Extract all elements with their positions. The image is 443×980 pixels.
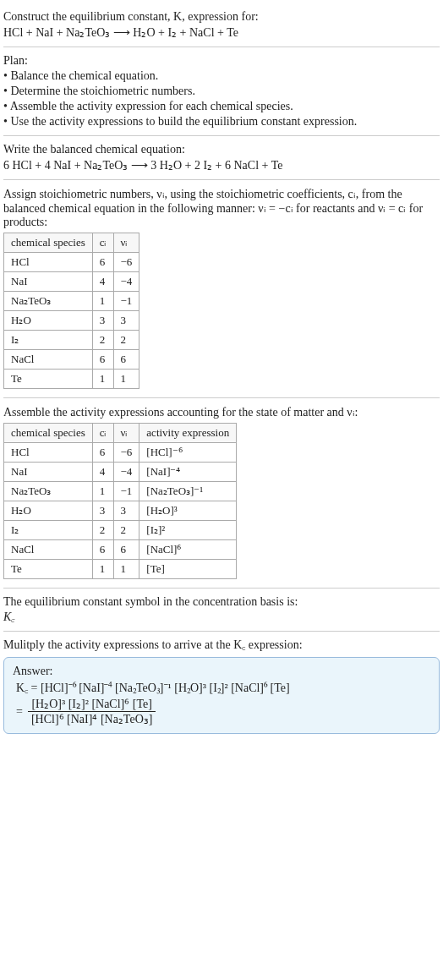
cell-ci: 2 [92, 521, 113, 540]
table-row: NaI4−4[NaI]⁻⁴ [4, 463, 237, 482]
balanced-equation: 6 HCl + 4 NaI + Na₂TeO₃ ⟶ 3 H₂O + 2 I₂ +… [3, 158, 440, 172]
table-row: I₂22[I₂]² [4, 521, 237, 540]
table-row: H₂O33 [4, 311, 139, 331]
cell-ci: 1 [92, 482, 113, 501]
answer-line1: K꜀ = [HCl]⁻⁶ [NaI]⁻⁴ [Na₂TeO₃]⁻¹ [H₂O]³ … [16, 682, 290, 695]
cell-species: NaCl [4, 350, 93, 370]
answer-fraction: = [H₂O]³ [I₂]² [NaCl]⁶ [Te] [HCl]⁶ [NaI]… [16, 697, 430, 726]
cell-activity: [NaCl]⁶ [139, 540, 237, 560]
table-row: H₂O33[H₂O]³ [4, 501, 237, 521]
table-row: Te11[Te] [4, 560, 237, 579]
col-vi: νᵢ [113, 424, 139, 443]
cell-vi: 3 [113, 311, 139, 331]
plan-bullet: Assemble the activity expression for eac… [3, 100, 440, 113]
cell-species: NaI [4, 272, 93, 292]
cell-activity: [H₂O]³ [139, 501, 237, 521]
table-header-row: chemical species cᵢ νᵢ activity expressi… [4, 424, 237, 443]
cell-activity: [Na₂TeO₃]⁻¹ [139, 482, 237, 501]
plan-bullet: Use the activity expressions to build th… [3, 115, 440, 129]
cell-species: HCl [4, 443, 93, 463]
cell-ci: 1 [92, 292, 113, 311]
symbol-title: The equilibrium constant symbol in the c… [3, 595, 440, 609]
cell-activity: [I₂]² [139, 521, 237, 540]
cell-ci: 6 [92, 443, 113, 463]
col-vi: νᵢ [113, 233, 139, 253]
cell-species: H₂O [4, 311, 93, 331]
col-species: chemical species [4, 424, 93, 443]
cell-vi: 1 [113, 560, 139, 579]
plan-title: Plan: [3, 54, 440, 68]
table-row: NaCl66[NaCl]⁶ [4, 540, 237, 560]
section-symbol: The equilibrium constant symbol in the c… [3, 589, 440, 632]
table-header-row: chemical species cᵢ νᵢ [4, 233, 139, 253]
answer-box: Answer: K꜀ = [HCl]⁻⁶ [NaI]⁻⁴ [Na₂TeO₃]⁻¹… [3, 657, 440, 734]
table-row: Na₂TeO₃1−1[Na₂TeO₃]⁻¹ [4, 482, 237, 501]
cell-ci: 4 [92, 272, 113, 292]
cell-species: Te [4, 560, 93, 579]
section-activity: Assemble the activity expressions accoun… [3, 398, 440, 589]
stoich-intro: Assign stoichiometric numbers, νᵢ, using… [3, 187, 440, 229]
section-balanced: Write the balanced chemical equation: 6 … [3, 136, 440, 180]
cell-species: NaI [4, 463, 93, 482]
cell-species: NaCl [4, 540, 93, 560]
cell-vi: 1 [113, 370, 139, 389]
prompt-line-1: Construct the equilibrium constant, K, e… [3, 10, 440, 24]
plan-bullet: Balance the chemical equation. [3, 69, 440, 83]
balanced-title: Write the balanced chemical equation: [3, 143, 440, 156]
answer-equation: K꜀ = [HCl]⁻⁶ [NaI]⁻⁴ [Na₂TeO₃]⁻¹ [H₂O]³ … [16, 682, 430, 695]
answer-equals: = [16, 705, 28, 719]
symbol-kc: K꜀ [3, 610, 440, 624]
activity-table: chemical species cᵢ νᵢ activity expressi… [3, 423, 237, 579]
col-ci: cᵢ [92, 424, 113, 443]
col-ci: cᵢ [92, 233, 113, 253]
cell-species: Na₂TeO₃ [4, 292, 93, 311]
cell-vi: 6 [113, 350, 139, 370]
cell-vi: −1 [113, 482, 139, 501]
cell-vi: −6 [113, 253, 139, 272]
cell-ci: 6 [92, 253, 113, 272]
cell-ci: 4 [92, 463, 113, 482]
cell-ci: 1 [92, 560, 113, 579]
table-row: NaI4−4 [4, 272, 139, 292]
fraction-denominator: [HCl]⁶ [NaI]⁴ [Na₂TeO₃] [28, 712, 156, 726]
cell-vi: 2 [113, 331, 139, 350]
cell-vi: 6 [113, 540, 139, 560]
cell-vi: −6 [113, 443, 139, 463]
col-activity: activity expression [139, 424, 237, 443]
cell-species: H₂O [4, 501, 93, 521]
fraction-numerator: [H₂O]³ [I₂]² [NaCl]⁶ [Te] [28, 697, 156, 712]
table-row: HCl6−6 [4, 253, 139, 272]
cell-activity: [HCl]⁻⁶ [139, 443, 237, 463]
table-row: HCl6−6[HCl]⁻⁶ [4, 443, 237, 463]
cell-species: I₂ [4, 331, 93, 350]
cell-vi: 2 [113, 521, 139, 540]
cell-species: Na₂TeO₃ [4, 482, 93, 501]
cell-ci: 3 [92, 311, 113, 331]
cell-ci: 6 [92, 350, 113, 370]
cell-vi: −1 [113, 292, 139, 311]
prompt-equation: HCl + NaI + Na₂TeO₃ ⟶ H₂O + I₂ + NaCl + … [3, 25, 440, 40]
cell-activity: [Te] [139, 560, 237, 579]
table-row: Te11 [4, 370, 139, 389]
multiply-title: Mulitply the activity expressions to arr… [3, 638, 440, 652]
cell-species: Te [4, 370, 93, 389]
cell-species: HCl [4, 253, 93, 272]
section-multiply: Mulitply the activity expressions to arr… [3, 632, 440, 737]
table-row: NaCl66 [4, 350, 139, 370]
cell-vi: 3 [113, 501, 139, 521]
col-species: chemical species [4, 233, 93, 253]
cell-species: I₂ [4, 521, 93, 540]
stoich-table: chemical species cᵢ νᵢ HCl6−6 NaI4−4 Na₂… [3, 233, 139, 389]
cell-ci: 2 [92, 331, 113, 350]
table-row: Na₂TeO₃1−1 [4, 292, 139, 311]
section-stoich: Assign stoichiometric numbers, νᵢ, using… [3, 180, 440, 398]
activity-intro: Assemble the activity expressions accoun… [3, 405, 440, 419]
cell-ci: 6 [92, 540, 113, 560]
section-prompt: Construct the equilibrium constant, K, e… [3, 3, 440, 47]
plan-bullet: Determine the stoichiometric numbers. [3, 85, 440, 98]
fraction: [H₂O]³ [I₂]² [NaCl]⁶ [Te] [HCl]⁶ [NaI]⁴ … [28, 697, 156, 726]
answer-title: Answer: [13, 665, 430, 678]
table-row: I₂22 [4, 331, 139, 350]
section-plan: Plan: Balance the chemical equation. Det… [3, 47, 440, 136]
cell-activity: [NaI]⁻⁴ [139, 463, 237, 482]
